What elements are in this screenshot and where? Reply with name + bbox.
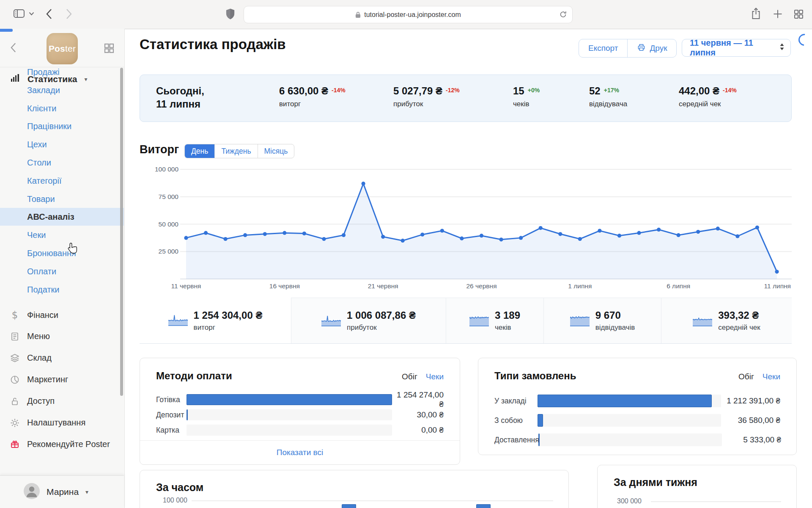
sparkline-icon xyxy=(469,314,489,328)
sidebar-item-6[interactable]: Столи xyxy=(0,154,124,171)
revenue-period-tabs: ДеньТижденьМісяць xyxy=(184,144,294,158)
total-виторг[interactable]: 1 254 304,00 ₴виторг xyxy=(140,298,291,343)
today-title: Сьогодні, 11 липня xyxy=(156,84,204,110)
bar-value: 1 212 391,00 ₴ xyxy=(721,396,780,406)
apps-grid-icon[interactable] xyxy=(104,43,115,55)
total-value: 1 254 304,00 ₴ xyxy=(194,309,263,321)
url-bar[interactable]: tutorial-poster-ua.joinposter.com xyxy=(244,6,573,23)
svg-text:11 липня: 11 липня xyxy=(764,282,791,290)
lock-icon xyxy=(355,11,361,18)
poster-logo[interactable]: Poster xyxy=(47,33,78,64)
export-print-group: Експорт Друк xyxy=(579,39,677,58)
bar-row-Доставлення: Доставлення5 333,00 ₴ xyxy=(494,430,780,450)
period-totals-row: 1 254 304,00 ₴виторг1 006 087,86 ₴прибут… xyxy=(140,298,792,344)
sidebar-section-2[interactable]: Меню xyxy=(0,328,124,345)
sidebar-section-5[interactable]: Доступ xyxy=(0,392,124,410)
bar-track xyxy=(187,394,392,405)
svg-text:1 липня: 1 липня xyxy=(568,282,592,290)
sidebar-section-1[interactable]: $Фінанси xyxy=(0,306,124,324)
sidebar-scrollbar[interactable] xyxy=(120,68,123,396)
page-title: Статистика продажів xyxy=(140,36,286,52)
tab-period-2[interactable]: Тиждень xyxy=(215,144,258,158)
sidebar-section-3[interactable]: Склад xyxy=(0,349,124,367)
sparkline-icon xyxy=(321,314,341,328)
sidebar-item-10[interactable]: Чеки xyxy=(0,226,124,244)
shield-icon[interactable] xyxy=(225,8,235,20)
bar-track xyxy=(538,395,721,407)
sidebar-item-1[interactable]: Продажі xyxy=(0,63,124,81)
logo-text: Poster xyxy=(49,44,76,54)
bar-value: 30,00 ₴ xyxy=(392,410,444,420)
bar-value: 1 254 274,00 ₴ xyxy=(392,390,444,409)
new-tab-icon[interactable] xyxy=(773,9,783,19)
bar-row-У-закладі: У закладі1 212 391,00 ₴ xyxy=(494,391,780,411)
print-label: Друк xyxy=(650,44,667,53)
sidebar-item-2[interactable]: Заклади xyxy=(0,81,124,99)
revenue-chart: 25 00050 00075 000100 00011 червня16 чер… xyxy=(140,164,792,293)
chevron-down-icon[interactable] xyxy=(29,12,34,16)
reload-icon[interactable] xyxy=(559,11,567,19)
by-weekday-gridline xyxy=(651,501,781,502)
date-range-text: 11 червня — 11 липня xyxy=(690,38,779,58)
back-icon[interactable] xyxy=(46,8,52,19)
sidebar-item-12[interactable]: Оплати xyxy=(0,262,124,280)
bar-value: 0,00 ₴ xyxy=(392,425,444,435)
total-відвідувачів[interactable]: 9 670відвідувачів xyxy=(543,298,661,343)
tab-period-3[interactable]: Місяць xyxy=(258,144,294,158)
sidebar-item-11[interactable]: Бронювання xyxy=(0,244,124,262)
export-button[interactable]: Експорт xyxy=(579,39,627,57)
svg-text:100 000: 100 000 xyxy=(155,166,178,173)
sidebar-item-5[interactable]: Цехи xyxy=(0,135,124,153)
toggle-turnover[interactable]: Обіг xyxy=(738,372,754,381)
sidebar-item-9[interactable]: АВС-аналіз xyxy=(0,208,124,226)
bar-fill xyxy=(187,394,392,405)
toggle-turnover[interactable]: Обіг xyxy=(402,372,417,381)
show-all-link[interactable]: Показати всі xyxy=(140,440,460,464)
sidebar-item-13[interactable]: Податки xyxy=(0,281,124,298)
sidebar-section-7[interactable]: Рекомендуйте Poster xyxy=(0,435,124,453)
sparkline-icon xyxy=(693,314,712,328)
sidebar-back-icon[interactable] xyxy=(10,42,16,55)
total-прибуток[interactable]: 1 006 087,86 ₴прибуток xyxy=(291,298,446,343)
total-value: 3 189 xyxy=(495,309,520,321)
tab-period-1[interactable]: День xyxy=(185,144,215,158)
date-range-picker[interactable]: 11 червня — 11 липня xyxy=(682,39,791,57)
sidebar-section-label: Доступ xyxy=(0,396,55,406)
stat-label: середній чек xyxy=(679,100,737,108)
total-середній-чек[interactable]: 393,32 ₴середній чек xyxy=(661,298,792,343)
bar-label: Готівка xyxy=(156,395,187,404)
sidebar-item-4[interactable]: Працівники xyxy=(0,117,124,135)
sidebar-toggle-icon[interactable] xyxy=(13,8,25,19)
toggle-receipts[interactable]: Чеки xyxy=(426,372,444,381)
today-summary-panel: Сьогодні, 11 липня 6 630,00 ₴-14%виторг5… xyxy=(140,75,792,122)
svg-text:26 червня: 26 червня xyxy=(466,282,497,290)
share-icon[interactable] xyxy=(751,7,761,20)
by-weekday-title: За днями тижня xyxy=(598,465,796,489)
svg-text:21 червня: 21 червня xyxy=(368,282,398,290)
total-label: відвідувачів xyxy=(595,323,635,332)
sidebar-item-3[interactable]: Клієнти xyxy=(0,99,124,117)
sidebar-section-label: Склад xyxy=(0,353,52,363)
bar-fill xyxy=(538,414,543,427)
user-name: Марина xyxy=(47,487,79,497)
total-value: 9 670 xyxy=(595,309,635,321)
svg-text:6 липня: 6 липня xyxy=(667,282,690,290)
bar-fill xyxy=(187,409,188,420)
sidebar-item-8[interactable]: Товари xyxy=(0,190,124,208)
sidebar-section-6[interactable]: Налаштування xyxy=(0,414,124,432)
order-types-title: Типи замовлень xyxy=(494,370,576,382)
caret-down-icon: ▾ xyxy=(85,489,88,495)
tab-overview-icon[interactable] xyxy=(793,9,804,19)
stat-delta: +17% xyxy=(604,87,619,94)
toggle-receipts[interactable]: Чеки xyxy=(763,372,780,381)
total-label: чеків xyxy=(495,323,520,332)
total-чеків[interactable]: 3 189чеків xyxy=(446,298,543,343)
pie-icon xyxy=(9,375,20,385)
sidebar-section-4[interactable]: Маркетинг xyxy=(0,371,124,389)
forward-icon[interactable] xyxy=(66,8,72,19)
url-text: tutorial-poster-ua.joinposter.com xyxy=(364,11,461,19)
user-menu[interactable]: Марина ▾ xyxy=(0,475,124,508)
print-button[interactable]: Друк xyxy=(627,39,676,57)
sidebar-item-7[interactable]: Категорії xyxy=(0,172,124,190)
bar-fill xyxy=(538,395,712,407)
